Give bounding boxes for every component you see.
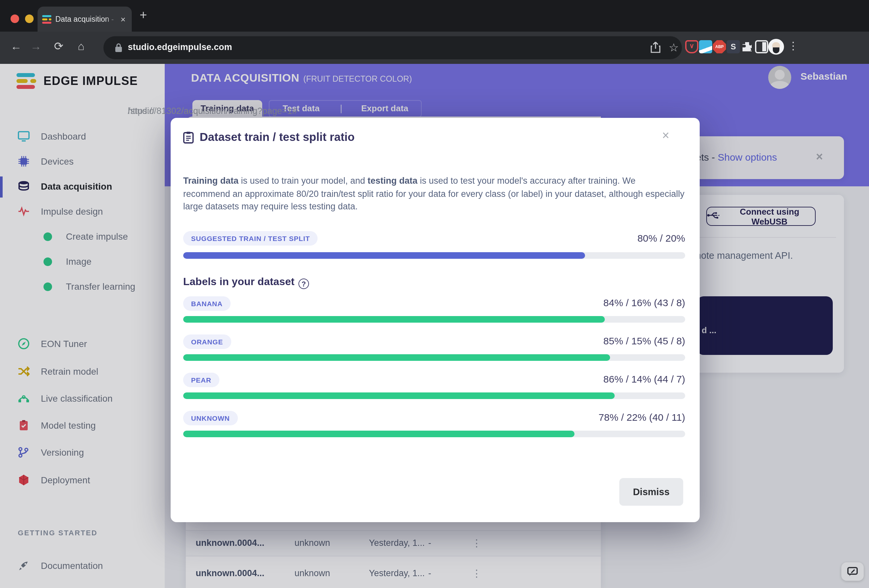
extensions-puzzle-icon[interactable]: [740, 40, 754, 53]
suggested-split-badge: SUGGESTED TRAIN / TEST SPLIT: [183, 231, 318, 246]
browser-profile-avatar[interactable]: [768, 39, 784, 55]
label-badge-orange: ORANGE: [183, 335, 231, 349]
labels-heading-text: Labels in your dataset: [183, 276, 295, 287]
label-bar-unknown: [183, 431, 685, 437]
label-badge-banana: BANANA: [183, 296, 231, 311]
suggested-split-value: 80% / 20%: [638, 233, 685, 244]
clipboard-icon: [183, 131, 194, 146]
label-value-banana: 84% / 16% (43 / 8): [604, 297, 685, 308]
modal-title: Dataset train / test split ratio: [200, 130, 355, 144]
home-icon[interactable]: ⌂: [78, 40, 85, 53]
train-test-split-modal: Dataset train / test split ratio × Train…: [171, 118, 700, 522]
modal-description: Training data is used to train your mode…: [183, 175, 685, 213]
modal-close-icon[interactable]: ×: [662, 128, 669, 143]
forward-icon[interactable]: →: [30, 40, 42, 53]
adblock-plus-icon[interactable]: ABP: [713, 40, 726, 53]
tab-close-icon[interactable]: ×: [120, 14, 126, 24]
tab-title: Data acquisition - Fruit Detecto: [55, 15, 117, 23]
tab-strip: Data acquisition - Fruit Detecto × +: [0, 0, 869, 32]
reload-icon[interactable]: ⟳: [54, 40, 64, 53]
url-domain: studio.edgeimpulse.com: [128, 42, 232, 52]
browser-window: Data acquisition - Fruit Detecto × + ← →…: [0, 0, 869, 588]
s-extension-icon[interactable]: S: [727, 40, 740, 53]
labels-heading: Labels in your dataset?: [183, 276, 309, 289]
label-bar-pear: [183, 392, 685, 399]
browser-tab[interactable]: Data acquisition - Fruit Detecto ×: [37, 7, 132, 32]
browser-menu-icon[interactable]: ⋮: [788, 40, 798, 52]
blue-extension-icon[interactable]: [699, 40, 712, 53]
browser-chrome: Data acquisition - Fruit Detecto × + ← →…: [0, 0, 869, 64]
label-badge-unknown: UNKNOWN: [183, 411, 238, 425]
suggested-split-bar: [183, 252, 685, 259]
back-icon[interactable]: ←: [10, 40, 22, 53]
share-icon[interactable]: [650, 41, 661, 56]
toolbar: ← → ⟳ ⌂ https://studio.edgeimpulse.com/s…: [0, 32, 869, 64]
label-badge-pear: PEAR: [183, 373, 219, 387]
pocket-extension-icon[interactable]: ∨: [685, 40, 698, 53]
help-icon[interactable]: ?: [298, 278, 309, 289]
bookmark-star-icon[interactable]: ☆: [669, 41, 679, 55]
traffic-light-close[interactable]: [10, 15, 19, 23]
sidebar-toggle-icon[interactable]: [755, 40, 768, 53]
url-text: https://studio.edgeimpulse.com/studio/81…: [128, 42, 232, 52]
edge-impulse-favicon: [42, 15, 51, 24]
bold-testing-data: testing data: [368, 176, 418, 186]
dismiss-button[interactable]: Dismiss: [619, 478, 683, 506]
label-value-unknown: 78% / 22% (40 / 11): [599, 412, 685, 423]
new-tab-icon[interactable]: +: [140, 8, 147, 22]
label-bar-banana: [183, 316, 685, 323]
address-bar[interactable]: https://studio.edgeimpulse.com/studio/81…: [104, 36, 682, 59]
bold-training-data: Training data: [183, 176, 239, 186]
label-value-pear: 86% / 14% (44 / 7): [604, 373, 685, 385]
label-bar-orange: [183, 354, 685, 361]
lock-icon: [115, 43, 123, 55]
label-value-orange: 85% / 15% (45 / 8): [604, 335, 685, 347]
traffic-light-minimize[interactable]: [25, 15, 34, 23]
description-text: is used to train your model, and: [239, 176, 368, 186]
